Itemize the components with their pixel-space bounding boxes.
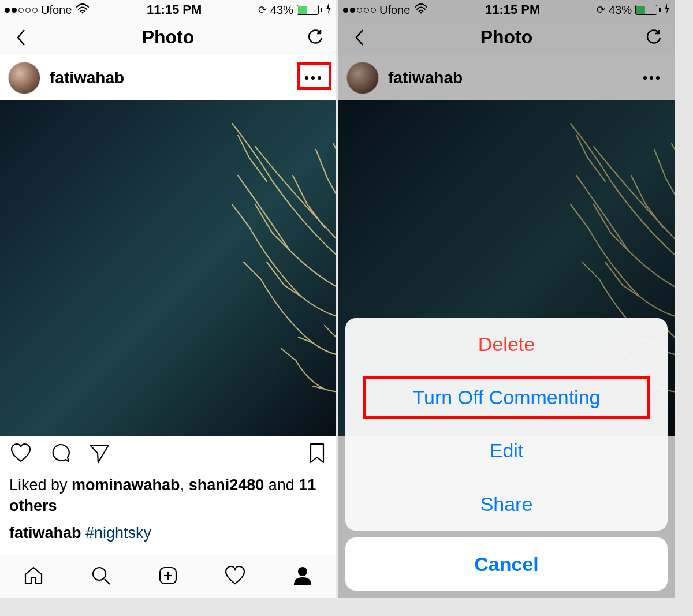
heart-outline-icon bbox=[223, 564, 247, 587]
status-bar-right: ⟳ 43% bbox=[597, 3, 670, 17]
back-button[interactable] bbox=[346, 28, 372, 47]
comment-button[interactable] bbox=[49, 442, 72, 467]
action-sheet-share[interactable]: Share bbox=[345, 477, 668, 531]
action-sheet-cancel-label: Cancel bbox=[474, 553, 539, 576]
status-bar: Ufone 11:15 PM ⟳ 43% bbox=[0, 0, 336, 20]
action-sheet-delete-label: Delete bbox=[478, 333, 535, 356]
action-sheet-share-label: Share bbox=[480, 493, 533, 516]
likes-sep1: , bbox=[180, 476, 189, 494]
likes-user2[interactable]: shani2480 bbox=[189, 476, 264, 494]
search-icon bbox=[90, 564, 113, 587]
refresh-button[interactable] bbox=[641, 29, 666, 46]
action-sheet: Delete Turn Off Commenting Edit Share Ca… bbox=[345, 318, 668, 591]
likes-user1[interactable]: mominawahab bbox=[72, 476, 180, 494]
charging-icon bbox=[664, 3, 670, 17]
avatar[interactable] bbox=[346, 62, 379, 94]
tree-branches-illustration bbox=[151, 100, 336, 436]
post-actions bbox=[0, 436, 336, 472]
heart-icon bbox=[9, 442, 32, 465]
more-options-button[interactable] bbox=[636, 73, 666, 83]
tab-add[interactable] bbox=[157, 564, 180, 589]
carrier-label: Ufone bbox=[379, 3, 410, 17]
add-post-icon bbox=[157, 564, 180, 587]
home-icon bbox=[22, 564, 45, 587]
username-label[interactable]: fatiwahab bbox=[50, 69, 124, 87]
tab-profile[interactable] bbox=[291, 564, 314, 589]
battery-percent-label: 43% bbox=[270, 3, 293, 17]
more-options-button[interactable] bbox=[298, 73, 328, 83]
caption-line: fatiwahab #nightsky bbox=[0, 522, 336, 549]
nav-title: Photo bbox=[372, 27, 641, 48]
chevron-left-icon bbox=[353, 28, 365, 47]
nav-title: Photo bbox=[33, 27, 303, 48]
refresh-button[interactable] bbox=[303, 29, 328, 46]
svg-point-0 bbox=[82, 12, 84, 13]
action-sheet-delete[interactable]: Delete bbox=[345, 318, 668, 371]
refresh-icon bbox=[307, 29, 324, 46]
clock-label: 11:15 PM bbox=[147, 2, 202, 17]
tab-home[interactable] bbox=[22, 564, 45, 589]
charging-icon bbox=[326, 3, 331, 17]
nav-bar: Photo bbox=[0, 20, 336, 55]
comment-icon bbox=[49, 442, 72, 465]
bookmark-button[interactable] bbox=[307, 442, 327, 467]
status-bar-left: Ufone bbox=[5, 3, 90, 17]
post-user[interactable]: fatiwahab bbox=[8, 62, 124, 94]
status-bar-left: Ufone bbox=[343, 3, 429, 17]
carrier-label: Ufone bbox=[41, 3, 72, 17]
back-button[interactable] bbox=[8, 28, 33, 47]
profile-icon bbox=[291, 564, 314, 587]
action-sheet-turn-off-commenting[interactable]: Turn Off Commenting bbox=[345, 371, 668, 424]
caption-author[interactable]: fatiwahab bbox=[9, 524, 81, 542]
post-header: fatiwahab bbox=[338, 55, 675, 100]
svg-point-6 bbox=[299, 568, 307, 576]
likes-sep2: and bbox=[264, 476, 299, 494]
post-header: fatiwahab bbox=[0, 55, 336, 100]
paper-plane-icon bbox=[88, 442, 111, 465]
status-bar-right: ⟳ 43% bbox=[258, 3, 331, 17]
screenshot-right: Ufone 11:15 PM ⟳ 43% Photo bbox=[338, 0, 675, 598]
action-sheet-cancel[interactable]: Cancel bbox=[345, 537, 668, 591]
action-sheet-edit[interactable]: Edit bbox=[345, 424, 668, 477]
bookmark-icon bbox=[307, 442, 327, 465]
battery-icon bbox=[297, 5, 322, 15]
action-sheet-group: Delete Turn Off Commenting Edit Share bbox=[345, 318, 668, 531]
username-label[interactable]: fatiwahab bbox=[388, 69, 463, 87]
wifi-icon bbox=[75, 3, 90, 17]
action-sheet-edit-label: Edit bbox=[490, 439, 524, 462]
signal-strength-icon bbox=[5, 8, 38, 13]
battery-icon bbox=[635, 5, 661, 15]
refresh-icon bbox=[645, 29, 662, 46]
action-sheet-turn-off-commenting-label: Turn Off Commenting bbox=[412, 386, 600, 409]
status-bar: Ufone 11:15 PM ⟳ 43% bbox=[338, 0, 675, 20]
post-user[interactable]: fatiwahab bbox=[346, 62, 463, 94]
chevron-left-icon bbox=[15, 28, 27, 47]
orientation-lock-icon: ⟳ bbox=[258, 3, 267, 16]
orientation-lock-icon: ⟳ bbox=[597, 3, 605, 16]
tab-bar bbox=[0, 555, 336, 598]
signal-strength-icon bbox=[343, 8, 376, 13]
svg-line-2 bbox=[105, 579, 110, 584]
svg-point-7 bbox=[420, 12, 422, 13]
likes-line[interactable]: Liked by mominawahab, shani2480 and 11 o… bbox=[0, 472, 336, 522]
share-button[interactable] bbox=[88, 442, 111, 467]
post-image[interactable] bbox=[0, 100, 336, 436]
screenshot-left: Ufone 11:15 PM ⟳ 43% Photo bbox=[0, 0, 336, 598]
avatar[interactable] bbox=[8, 62, 40, 94]
tab-activity[interactable] bbox=[223, 564, 247, 589]
like-button[interactable] bbox=[9, 442, 32, 467]
clock-label: 11:15 PM bbox=[485, 2, 540, 17]
battery-percent-label: 43% bbox=[609, 3, 632, 17]
svg-point-1 bbox=[93, 568, 106, 580]
likes-prefix: Liked by bbox=[9, 476, 72, 494]
nav-bar: Photo bbox=[338, 20, 675, 55]
tab-search[interactable] bbox=[90, 564, 113, 589]
wifi-icon bbox=[413, 3, 429, 17]
caption-hashtag[interactable]: #nightsky bbox=[85, 524, 151, 542]
